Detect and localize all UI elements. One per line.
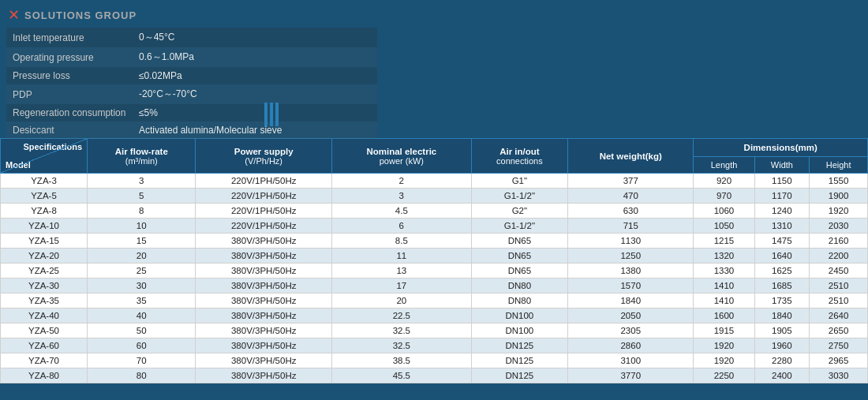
power-cell: 380V/3PH/50Hz <box>196 264 331 279</box>
airflow-cell: 70 <box>88 353 196 368</box>
width-cell: 2400 <box>754 368 810 383</box>
logo-area: ✕ SOLUTIONS GROUP <box>8 6 137 24</box>
height-cell: 2450 <box>810 264 868 279</box>
nom-power-cell: 32.5 <box>331 323 471 338</box>
width-cell: 1170 <box>754 189 810 204</box>
height-cell: 2650 <box>810 323 868 338</box>
spec-value: 0.6～1.0MPa <box>133 47 377 67</box>
power-cell: 220V/1PH/50Hz <box>196 204 331 219</box>
nom-power-cell: 11 <box>331 249 471 264</box>
height-cell: 2200 <box>810 249 868 264</box>
table-row: YZA-25 25 380V/3PH/50Hz 13 DN65 1380 133… <box>1 264 868 279</box>
power-cell: 220V/1PH/50Hz <box>196 219 331 234</box>
airflow-cell: 50 <box>88 323 196 338</box>
width-cell: 1625 <box>754 264 810 279</box>
model-cell: YZA-10 <box>1 219 88 234</box>
nom-power-cell: 8.5 <box>331 234 471 249</box>
net-weight-cell: 1840 <box>568 293 694 308</box>
nom-power-cell: 17 <box>331 279 471 293</box>
table-row: YZA-10 10 220V/1PH/50Hz 6 G1-1/2" 715 10… <box>1 219 868 234</box>
spec-row: Desiccant Activated alumina/Molecular si… <box>6 121 377 139</box>
spec-label: Regeneration consumption <box>6 104 133 121</box>
logo-icon: ✕ <box>8 6 20 24</box>
connections-cell: DN65 <box>471 264 567 279</box>
net-weight-cell: 1130 <box>568 234 694 249</box>
model-label: Model <box>6 160 31 170</box>
nom-power-cell: 38.5 <box>331 353 471 368</box>
net-weight-cell: 2305 <box>568 323 694 338</box>
height-cell: 2160 <box>810 234 868 249</box>
specifications-label: Specifications <box>23 142 82 151</box>
table-row: YZA-3 3 220V/1PH/50Hz 2 G1" 377 920 1150… <box>1 174 868 189</box>
length-cell: 1410 <box>694 293 754 308</box>
model-cell: YZA-70 <box>1 353 88 368</box>
spec-value: 0～45°C <box>133 28 377 47</box>
table-row: YZA-30 30 380V/3PH/50Hz 17 DN80 1570 141… <box>1 279 868 293</box>
power-cell: 220V/1PH/50Hz <box>196 189 331 204</box>
width-cell: 1840 <box>754 308 810 323</box>
airflow-cell: 20 <box>88 249 196 264</box>
connections-cell: DN100 <box>471 308 567 323</box>
nom-power-cell: 45.5 <box>331 368 471 383</box>
nom-power-cell: 20 <box>331 293 471 308</box>
length-cell: 1920 <box>694 338 754 353</box>
spec-label: Desiccant <box>6 121 133 139</box>
airflow-cell: 80 <box>88 368 196 383</box>
model-cell: YZA-40 <box>1 308 88 323</box>
power-cell: 380V/3PH/50Hz <box>196 234 331 249</box>
width-cell: 2280 <box>754 353 810 368</box>
length-cell: 1320 <box>694 249 754 264</box>
width-cell: 1960 <box>754 338 810 353</box>
table-row: YZA-40 40 380V/3PH/50Hz 22.5 DN100 2050 … <box>1 308 868 323</box>
table-row: YZA-80 80 380V/3PH/50Hz 45.5 DN125 3770 … <box>1 368 868 383</box>
airflow-cell: 15 <box>88 234 196 249</box>
length-cell: 1060 <box>694 204 754 219</box>
length-cell: 1050 <box>694 219 754 234</box>
top-section: ✕ SOLUTIONS GROUP Inlet temperature 0～45… <box>0 0 868 138</box>
table-row: YZA-70 70 380V/3PH/50Hz 38.5 DN125 3100 … <box>1 353 868 368</box>
power-cell: 380V/3PH/50Hz <box>196 368 331 383</box>
airflow-header: Air flow-rate(m³/min) <box>88 139 196 174</box>
table-row: YZA-50 50 380V/3PH/50Hz 32.5 DN100 2305 … <box>1 323 868 338</box>
specs-card: Inlet temperature 0～45°C Operating press… <box>6 28 377 139</box>
air-connections-header: Air in/outconnections <box>471 139 567 174</box>
length-header: Length <box>694 157 754 174</box>
connections-cell: G1-1/2" <box>471 219 567 234</box>
table-section: Specifications Model Air flow-rate(m³/mi… <box>0 138 868 383</box>
connections-cell: DN125 <box>471 353 567 368</box>
spec-value: -20°C～-70°C <box>133 84 377 104</box>
height-cell: 2965 <box>810 353 868 368</box>
table-row: YZA-8 8 220V/1PH/50Hz 4.5 G2" 630 1060 1… <box>1 204 868 219</box>
model-cell: YZA-50 <box>1 323 88 338</box>
height-cell: 2510 <box>810 279 868 293</box>
width-cell: 1640 <box>754 249 810 264</box>
height-cell: 2640 <box>810 308 868 323</box>
spec-value: Activated alumina/Molecular sieve <box>133 121 377 139</box>
connections-cell: DN65 <box>471 234 567 249</box>
main-table: Specifications Model Air flow-rate(m³/mi… <box>0 138 868 383</box>
airflow-cell: 8 <box>88 204 196 219</box>
width-cell: 1905 <box>754 323 810 338</box>
nom-power-cell: 2 <box>331 174 471 189</box>
airflow-cell: 3 <box>88 174 196 189</box>
page-wrapper: ✕ SOLUTIONS GROUP Inlet temperature 0～45… <box>0 0 868 400</box>
power-cell: 380V/3PH/50Hz <box>196 249 331 264</box>
width-cell: 1310 <box>754 219 810 234</box>
spec-row: Pressure loss ≤0.02MPa <box>6 67 377 84</box>
power-cell: 380V/3PH/50Hz <box>196 293 331 308</box>
net-weight-cell: 715 <box>568 219 694 234</box>
nom-power-cell: 32.5 <box>331 338 471 353</box>
nominal-power-header: Nominal electricpower (kW) <box>331 139 471 174</box>
logo-text: SOLUTIONS GROUP <box>24 9 137 21</box>
net-weight-cell: 3770 <box>568 368 694 383</box>
table-row: YZA-15 15 380V/3PH/50Hz 8.5 DN65 1130 12… <box>1 234 868 249</box>
spec-value: ≤5% <box>133 104 377 121</box>
net-weight-cell: 630 <box>568 204 694 219</box>
model-cell: YZA-35 <box>1 293 88 308</box>
net-weight-cell: 470 <box>568 189 694 204</box>
connections-cell: DN80 <box>471 293 567 308</box>
connections-cell: G1" <box>471 174 567 189</box>
nom-power-cell: 22.5 <box>331 308 471 323</box>
dimensions-header: Dimensions(mm) <box>694 139 868 157</box>
width-header: Width <box>754 157 810 174</box>
